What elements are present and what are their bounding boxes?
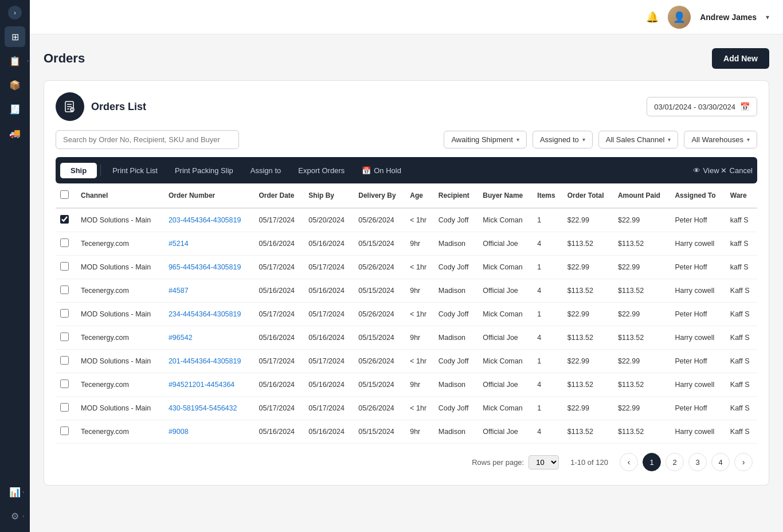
row-checkbox-cell xyxy=(56,397,76,420)
sidebar-item-invoices[interactable]: 🧾 xyxy=(5,99,25,119)
order-number-link[interactable]: #94521201-4454364 xyxy=(169,381,234,389)
main-content: 🔔 👤 Andrew James ▾ Orders Add New xyxy=(30,0,783,532)
row-checkbox-1[interactable] xyxy=(60,238,69,247)
row-checkbox-2[interactable] xyxy=(60,262,69,271)
cell-ship-by: 05/16/2024 xyxy=(304,420,354,444)
warehouse-chevron: ▾ xyxy=(747,136,750,143)
add-new-button[interactable]: Add New xyxy=(712,48,769,69)
view-button[interactable]: 👁 View xyxy=(693,166,719,175)
col-recipient: Recipient xyxy=(434,183,478,208)
cell-recipient: Cody Joff xyxy=(434,303,478,326)
cell-channel: Tecenergy.com xyxy=(76,232,164,256)
row-checkbox-cell xyxy=(56,208,76,232)
cell-warehouse: kaff S xyxy=(726,232,757,256)
row-checkbox-6[interactable] xyxy=(60,356,69,365)
cell-assigned-to: Harry cowell xyxy=(670,279,725,303)
cell-channel: MOD Solutions - Main xyxy=(76,208,164,232)
table-row: Tecenergy.com #5214 05/16/2024 05/16/202… xyxy=(56,232,757,256)
cell-order-number: 965-4454364-4305819 xyxy=(164,256,255,279)
export-orders-button[interactable]: Export Orders xyxy=(290,163,353,178)
sidebar-toggle[interactable]: › xyxy=(8,6,22,19)
col-channel: Channel xyxy=(76,183,164,208)
print-pick-list-button[interactable]: Print Pick List xyxy=(104,163,166,178)
prev-page-button[interactable]: ‹ xyxy=(620,453,638,471)
cell-delivery-by: 05/15/2024 xyxy=(354,326,405,350)
rows-per-page-select[interactable]: 10 25 50 xyxy=(528,455,559,470)
cancel-button[interactable]: ✕ Cancel xyxy=(721,166,753,175)
cell-amount-paid: $113.52 xyxy=(613,420,671,444)
page-2-button[interactable]: 2 xyxy=(665,453,684,471)
order-number-link[interactable]: 201-4454364-4305819 xyxy=(169,357,241,365)
order-number-link[interactable]: 234-4454364-4305819 xyxy=(169,310,241,318)
row-checkbox-3[interactable] xyxy=(60,285,69,294)
chevron-down-icon[interactable]: ▾ xyxy=(766,13,769,21)
svg-text:$: $ xyxy=(72,108,73,111)
order-number-link[interactable]: 203-4454364-4305819 xyxy=(169,216,241,224)
row-checkbox-9[interactable] xyxy=(60,427,69,435)
sales-channel-filter-dropdown[interactable]: All Sales Channel ▾ xyxy=(598,131,679,148)
cell-warehouse: Kaff S xyxy=(726,326,757,350)
page-4-button[interactable]: 4 xyxy=(711,453,730,471)
status-filter-label: Awaiting Shipment xyxy=(451,135,512,144)
cell-order-date: 05/16/2024 xyxy=(254,326,304,350)
cell-ship-by: 05/17/2024 xyxy=(304,256,354,279)
date-range-picker[interactable]: 03/01/2024 - 03/30/2024 📅 xyxy=(647,97,757,116)
cell-items: 1 xyxy=(533,303,562,326)
page-1-button[interactable]: 1 xyxy=(643,453,661,471)
row-checkbox-4[interactable] xyxy=(60,309,69,318)
cell-order-number: 203-4454364-4305819 xyxy=(164,208,255,232)
cell-items: 4 xyxy=(533,232,562,256)
cell-order-number: #94521201-4454364 xyxy=(164,373,255,397)
order-number-link[interactable]: #5214 xyxy=(169,240,189,248)
cell-recipient: Madison xyxy=(434,279,478,303)
cell-delivery-by: 05/15/2024 xyxy=(354,232,405,256)
cell-assigned-to: Peter Hoff xyxy=(670,208,725,232)
cell-ship-by: 05/16/2024 xyxy=(304,279,354,303)
order-number-link[interactable]: #9008 xyxy=(169,428,189,436)
cell-items: 1 xyxy=(533,350,562,373)
table-row: Tecenergy.com #9008 05/16/2024 05/16/202… xyxy=(56,420,757,444)
search-input[interactable] xyxy=(56,130,239,149)
row-checkbox-0[interactable] xyxy=(60,215,69,224)
sidebar-item-shipping[interactable]: 🚚 xyxy=(5,123,25,143)
avatar[interactable]: 👤 xyxy=(668,6,691,29)
sales-channel-filter-label: All Sales Channel xyxy=(606,135,665,144)
select-all-checkbox[interactable] xyxy=(60,190,69,199)
sales-channel-chevron: ▾ xyxy=(668,136,671,143)
orders-list-header: $ Orders List 03/01/2024 - 03/30/2024 📅 xyxy=(56,92,757,121)
on-hold-button[interactable]: 📅 On Hold xyxy=(354,163,409,178)
cell-order-number: 430-581954-5456432 xyxy=(164,397,255,420)
cell-order-total: $22.99 xyxy=(563,256,613,279)
order-number-link[interactable]: #96542 xyxy=(169,334,193,342)
col-delivery-by: Delivery By xyxy=(354,183,405,208)
notification-bell-icon[interactable]: 🔔 xyxy=(646,11,659,24)
order-number-link[interactable]: #4587 xyxy=(169,287,189,295)
table-header-row: Channel Order Number Order Date Ship By … xyxy=(56,183,757,208)
cell-buyer-name: Official Joe xyxy=(478,373,533,397)
ship-button[interactable]: Ship xyxy=(60,163,97,178)
date-range-value: 03/01/2024 - 03/30/2024 xyxy=(654,103,735,111)
cell-amount-paid: $113.52 xyxy=(613,373,671,397)
assigned-filter-dropdown[interactable]: Assigned to ▾ xyxy=(533,131,593,148)
cell-items: 4 xyxy=(533,279,562,303)
cell-ship-by: 05/17/2024 xyxy=(304,350,354,373)
row-checkbox-8[interactable] xyxy=(60,403,69,412)
sidebar-item-products[interactable]: 📦 xyxy=(5,75,25,95)
warehouse-filter-dropdown[interactable]: All Warehouses ▾ xyxy=(684,131,757,148)
cell-assigned-to: Harry cowell xyxy=(670,326,725,350)
order-number-link[interactable]: 430-581954-5456432 xyxy=(169,404,237,412)
page-3-button[interactable]: 3 xyxy=(688,453,707,471)
status-filter-dropdown[interactable]: Awaiting Shipment ▾ xyxy=(444,131,526,148)
print-packing-slip-button[interactable]: Print Packing Slip xyxy=(167,163,241,178)
assign-to-button[interactable]: Assign to xyxy=(242,163,289,178)
row-checkbox-5[interactable] xyxy=(60,332,69,341)
sidebar-item-dashboard[interactable]: ⊞ xyxy=(5,26,25,47)
orders-table: Channel Order Number Order Date Ship By … xyxy=(56,183,757,444)
order-number-link[interactable]: 965-4454364-4305819 xyxy=(169,263,241,271)
sidebar-item-orders[interactable]: 📋 xyxy=(5,50,25,71)
eye-icon: 👁 xyxy=(693,166,700,175)
row-checkbox-7[interactable] xyxy=(60,380,69,388)
next-page-button[interactable]: › xyxy=(734,453,753,471)
col-order-total: Order Total xyxy=(563,183,613,208)
sidebar-bottom: 📊 › ⚙ › xyxy=(5,482,25,526)
